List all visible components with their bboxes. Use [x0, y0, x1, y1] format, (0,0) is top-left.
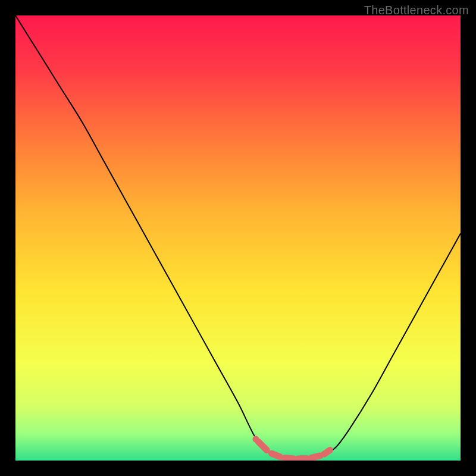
highlight-dash [271, 453, 280, 457]
chart-container [15, 15, 461, 461]
watermark-text: TheBottleneck.com [364, 4, 469, 17]
highlight-dash [312, 456, 320, 458]
bottleneck-chart [15, 15, 461, 461]
chart-background [15, 15, 461, 461]
highlight-dash [285, 458, 293, 459]
highlight-dash [324, 450, 330, 454]
